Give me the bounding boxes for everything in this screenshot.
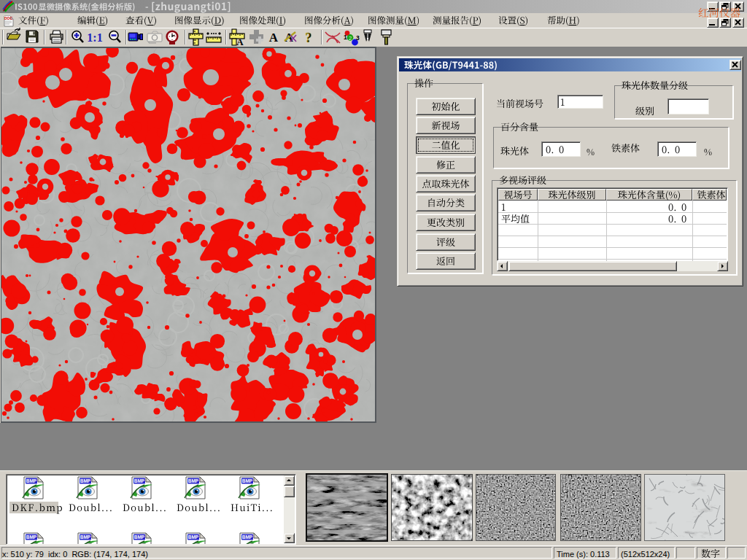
svg-text:A: A bbox=[269, 31, 279, 44]
svg-text:BMP: BMP bbox=[188, 534, 199, 540]
svg-text:DOC: DOC bbox=[4, 16, 13, 20]
svg-text:?: ? bbox=[306, 31, 312, 45]
svg-text:BMP: BMP bbox=[80, 534, 91, 540]
svg-text:A: A bbox=[236, 36, 244, 47]
svg-text:BMP: BMP bbox=[134, 478, 145, 483]
svg-text:1: 1 bbox=[344, 34, 347, 41]
svg-text:BMP: BMP bbox=[242, 534, 253, 540]
svg-text:BMP: BMP bbox=[80, 478, 91, 483]
svg-text:1:1: 1:1 bbox=[87, 31, 102, 44]
svg-text:BMP: BMP bbox=[188, 478, 199, 483]
svg-text:BMP: BMP bbox=[26, 478, 37, 483]
svg-text:BMP: BMP bbox=[134, 534, 145, 540]
svg-text:2: 2 bbox=[349, 35, 352, 42]
svg-text:BMP: BMP bbox=[242, 478, 253, 483]
svg-text:3: 3 bbox=[356, 34, 360, 42]
svg-text:BMP: BMP bbox=[26, 534, 37, 540]
